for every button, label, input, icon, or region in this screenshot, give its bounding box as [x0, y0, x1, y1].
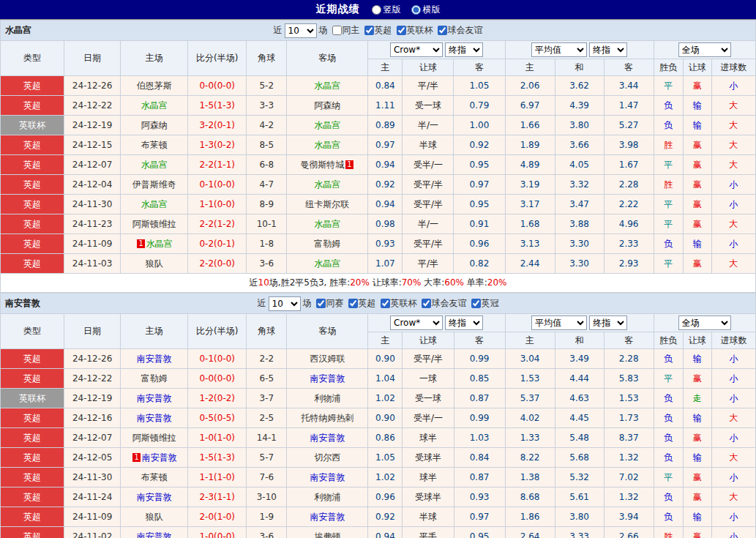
scope-select[interactable]: 全场	[678, 315, 731, 330]
league-filter[interactable]: 英冠	[471, 297, 499, 310]
layout-radio-input[interactable]	[411, 5, 421, 15]
result-cell: 负	[654, 116, 683, 135]
league-filter-checkbox[interactable]	[348, 299, 358, 308]
league-filter-checkbox[interactable]	[364, 26, 374, 35]
league-filter[interactable]: 英联杯	[397, 24, 433, 37]
away-odds-cell: 0.99	[454, 349, 505, 369]
avg-draw-cell: 5.68	[555, 448, 604, 468]
handicap-line-cell: 受平/半	[403, 175, 454, 195]
result-cell: 负	[654, 389, 683, 408]
home-team-name: 布莱顿	[141, 140, 168, 150]
away-team-cell: 埃弗顿	[287, 527, 368, 538]
layout-radio[interactable]: 竖版	[372, 4, 401, 16]
avg-home-cell: 5.37	[505, 389, 555, 408]
scope-group-header: 全场	[654, 314, 755, 332]
score-cell: 1-3(0-2)	[188, 135, 247, 155]
goals-result-cell: 小	[711, 527, 755, 538]
average-stage-select[interactable]: 终指	[589, 42, 627, 57]
corner-cell: 3-6	[247, 527, 287, 538]
league-filter[interactable]: 英联杯	[381, 297, 417, 310]
layout-radio-input[interactable]	[372, 5, 381, 15]
odds-company-select[interactable]: Crow*	[390, 315, 443, 330]
average-select[interactable]: 平均值	[531, 42, 587, 57]
date-cell: 24-12-16	[64, 408, 121, 428]
league-filter-checkbox[interactable]	[381, 299, 390, 308]
away-team-cell: 阿森纳	[287, 96, 368, 116]
league-filter-checkbox[interactable]	[397, 26, 406, 35]
league-filter-checkbox[interactable]	[438, 26, 447, 35]
league-cell: 英超	[1, 96, 64, 116]
handicap-line-cell: 受平/半	[403, 195, 454, 214]
match-count-select[interactable]: 10	[269, 296, 301, 311]
summary-part: 让球率:	[370, 277, 402, 288]
away-odds-cell: 0.99	[454, 408, 505, 428]
score-cell: 1-0(0-0)	[188, 527, 247, 538]
result-cell: 负	[654, 234, 683, 254]
league-filter-checkbox[interactable]	[332, 26, 342, 35]
avg-home-cell: 6.97	[505, 96, 555, 116]
corner-cell: 1-8	[247, 234, 287, 254]
away-team-cell: 水晶宫	[287, 254, 368, 274]
away-team-name: 托特纳姆热刺	[301, 413, 353, 423]
corner-cell: 3-3	[247, 96, 287, 116]
away-odds-cell: 1.03	[454, 428, 505, 448]
league-cell: 英超	[1, 369, 64, 389]
section-header: 南安普敦 近 10 场 同赛英超英联杯球会友谊英冠	[1, 294, 755, 313]
handicap-result-cell: 赢	[683, 175, 711, 195]
avg-away-cell: 2.93	[604, 254, 654, 274]
league-filter-checkbox[interactable]	[422, 299, 431, 308]
filter-bar: 近 10 场 同主英超英联杯球会友谊	[274, 23, 483, 38]
score-cell: 0-1(0-0)	[188, 175, 247, 195]
match-row: 英超 24-11-03 狼队 2-2(0-0) 3-6 水晶宫 1.07 平/半…	[1, 254, 756, 274]
match-count-select[interactable]: 10	[285, 23, 317, 38]
match-row: 英联杯 24-12-19 阿森纳 3-2(0-1) 4-2 水晶宫 0.89 半…	[1, 116, 756, 135]
odds-stage-select[interactable]: 终指	[445, 315, 483, 330]
date-cell: 24-11-03	[64, 254, 121, 274]
league-filter-checkbox[interactable]	[471, 299, 481, 308]
average-select[interactable]: 平均值	[531, 315, 587, 330]
near-label: 近	[258, 297, 266, 310]
league-filter[interactable]: 球会友谊	[422, 297, 467, 310]
away-team-name: 利物浦	[314, 492, 340, 502]
avg-draw-cell: 4.63	[555, 389, 604, 408]
col-odds-away: 客	[454, 59, 505, 76]
away-odds-cell: 0.87	[454, 389, 505, 408]
col-corner: 角球	[247, 41, 287, 76]
col-avg-away: 客	[604, 59, 654, 76]
scope-select[interactable]: 全场	[678, 42, 731, 57]
col-goals: 进球数	[711, 59, 755, 76]
avg-home-cell: 1.89	[505, 135, 555, 155]
home-odds-cell: 1.02	[368, 389, 403, 408]
avg-away-cell: 1.67	[604, 155, 654, 175]
layout-radio[interactable]: 横版	[411, 4, 441, 16]
home-team-name: 南安普敦	[142, 452, 177, 463]
away-odds-cell: 0.84	[454, 448, 505, 468]
league-cell: 英超	[1, 195, 64, 214]
col-corner: 角球	[247, 314, 287, 349]
handicap-result-cell: 输	[683, 234, 711, 254]
match-row: 英超 24-11-09 1水晶宫 0-2(0-1) 1-8 富勒姆 0.93 受…	[1, 234, 756, 254]
odds-company-select[interactable]: Crow*	[390, 42, 443, 57]
league-filter[interactable]: 英超	[348, 297, 376, 310]
league-cell: 英超	[1, 155, 64, 175]
col-odds-away: 客	[454, 332, 505, 349]
avg-away-cell: 8.37	[604, 428, 654, 448]
home-team-cell: 伊普斯维奇	[121, 175, 188, 195]
league-filter[interactable]: 同主	[332, 24, 360, 37]
league-filter[interactable]: 英超	[364, 24, 392, 37]
handicap-result-cell: 赢	[683, 487, 711, 507]
odds-stage-select[interactable]: 终指	[445, 42, 483, 57]
team-name: 水晶宫	[5, 24, 31, 37]
average-stage-select[interactable]: 终指	[589, 315, 627, 330]
col-handicap-result: 让球	[683, 59, 711, 76]
handicap-line-cell: 半球	[403, 135, 454, 155]
avg-draw-cell: 4.45	[555, 408, 604, 428]
league-filter-checkbox[interactable]	[316, 299, 326, 308]
home-odds-cell: 1.07	[368, 254, 403, 274]
league-filter[interactable]: 球会友谊	[438, 24, 483, 37]
home-odds-cell: 0.98	[368, 214, 403, 234]
league-cell: 英超	[1, 349, 64, 369]
away-team-name: 纽卡斯尔联	[305, 199, 349, 209]
home-odds-cell: 1.04	[368, 369, 403, 389]
league-filter[interactable]: 同赛	[316, 297, 344, 310]
